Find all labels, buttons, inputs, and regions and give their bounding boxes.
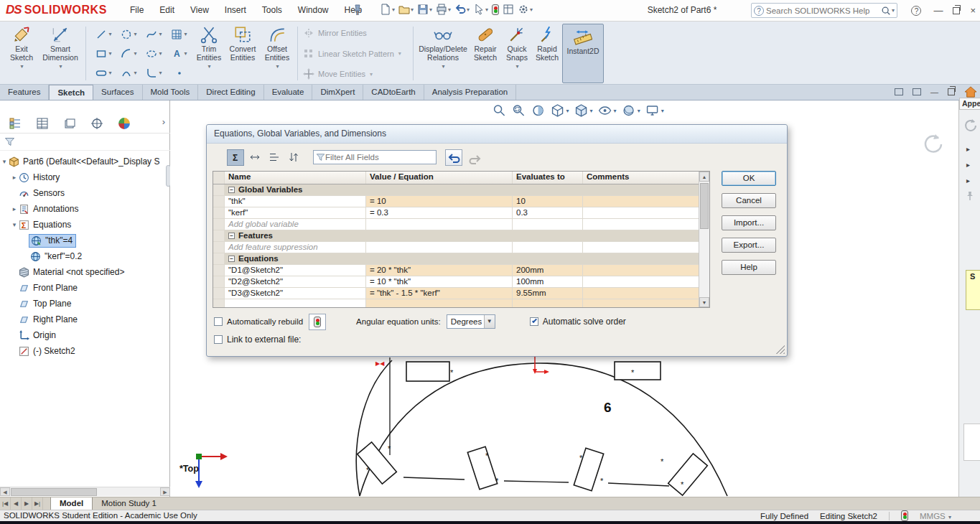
chevron-right-icon[interactable]: ▸ xyxy=(10,174,19,181)
tab-features[interactable]: Features xyxy=(0,85,49,100)
tree-item-annotations[interactable]: ▸Annotations xyxy=(0,201,170,217)
cell-name[interactable]: "kerf" xyxy=(225,207,366,218)
units-selector[interactable]: MMGS ▾ xyxy=(920,512,951,520)
cell-comments[interactable] xyxy=(583,265,709,276)
search-input[interactable] xyxy=(766,6,881,15)
restore-button[interactable] xyxy=(953,7,960,14)
chevron-down-icon[interactable]: ▾ xyxy=(134,31,136,37)
tree-item-kerf[interactable]: "kerf"=0.2 xyxy=(0,248,170,264)
chevron-down-icon[interactable]: ▾ xyxy=(184,31,187,37)
menu-edit[interactable]: Edit xyxy=(151,0,182,21)
tree-item-part[interactable]: ▾Part6 (Default<<Default>_Display S xyxy=(0,154,170,169)
chevron-down-icon[interactable]: ▾ xyxy=(207,62,210,71)
offset-entities-button[interactable]: Offset Entities ▾ xyxy=(261,24,294,83)
resize-grip[interactable] xyxy=(776,345,785,354)
chevron-down-icon[interactable]: ▾ xyxy=(442,62,444,71)
chevron-down-icon[interactable]: ▾ xyxy=(20,62,23,71)
tree-item-sketch2[interactable]: (-) Sketch2 xyxy=(0,343,170,359)
rebuild-button[interactable] xyxy=(491,3,500,17)
chevron-down-icon[interactable]: ▾ xyxy=(370,71,373,78)
chevron-down-icon[interactable]: ▾ xyxy=(411,6,414,13)
tree-item-thk[interactable]: "thk"=4 xyxy=(0,233,170,248)
dimension-view-button[interactable] xyxy=(246,149,263,166)
display-delete-relations-button[interactable]: Display/Delete Relations ▾ xyxy=(417,24,469,83)
menu-tools[interactable]: Tools xyxy=(254,0,290,21)
tab-evaluate[interactable]: Evaluate xyxy=(264,85,313,100)
spline-tool-button[interactable]: ▾ xyxy=(141,24,167,44)
menu-insert[interactable]: Insert xyxy=(217,0,254,21)
fillet-tool-button[interactable]: ▾ xyxy=(141,63,167,83)
mirror-entities-button[interactable]: Mirror Entities xyxy=(303,27,408,39)
move-entities-button[interactable]: Move Entities ▾ xyxy=(303,68,408,80)
first-tab-button[interactable]: |◀ xyxy=(0,497,11,510)
feature-manager-tab-icon[interactable] xyxy=(9,117,22,130)
cell-value[interactable]: = "thk" - 1.5 * "kerf" xyxy=(366,288,513,299)
menu-file[interactable]: File xyxy=(122,0,151,21)
chevron-down-icon[interactable]: ▾ xyxy=(276,62,279,71)
pin-menu-icon[interactable] xyxy=(352,4,362,16)
instant2d-button[interactable]: Instant2D xyxy=(562,24,604,83)
filter-field[interactable] xyxy=(313,150,437,164)
help-search-box[interactable]: ? ▾ xyxy=(751,3,897,18)
doc-restore-button[interactable] xyxy=(948,88,955,95)
chevron-down-icon[interactable]: ▾ xyxy=(184,50,187,57)
arc3point-tool-button[interactable]: ▾ xyxy=(116,63,141,83)
cell-name[interactable]: "thk" xyxy=(225,196,366,207)
options-button[interactable]: ▾ xyxy=(517,2,533,17)
auto-solve-checkbox[interactable] xyxy=(530,317,538,326)
import-button[interactable]: Import... xyxy=(722,215,776,230)
line-tool-button[interactable]: ▾ xyxy=(91,24,116,44)
scroll-down-button[interactable]: ▼ xyxy=(699,297,709,307)
home-icon[interactable] xyxy=(964,86,977,98)
help-button[interactable]: Help xyxy=(722,260,776,275)
tree-item-equations[interactable]: ▾ΣEquations xyxy=(0,217,170,233)
cell-name[interactable]: "D2@Sketch2" xyxy=(225,276,366,287)
display-manager-tab-icon[interactable] xyxy=(118,117,131,130)
chevron-down-icon[interactable]: ▾ xyxy=(590,108,593,114)
cell-comments[interactable] xyxy=(583,288,709,299)
chevron-down-icon[interactable]: ▾ xyxy=(485,6,488,13)
equations-dialog[interactable]: Equations, Global Variables, and Dimensi… xyxy=(206,124,788,357)
chevron-down-icon[interactable]: ▾ xyxy=(515,62,518,71)
resources-flyout-note[interactable]: S xyxy=(966,270,980,310)
tab-model[interactable]: Model xyxy=(50,497,93,510)
select-button[interactable]: ▾ xyxy=(472,2,489,17)
chevron-down-icon[interactable]: ▾ xyxy=(108,70,111,76)
chevron-down-icon[interactable]: ▾ xyxy=(159,50,162,57)
print-button[interactable]: ▾ xyxy=(435,2,452,17)
cell-comments[interactable] xyxy=(583,196,709,207)
scrollbar-thumb[interactable] xyxy=(11,488,97,496)
auto-rebuild-checkbox[interactable] xyxy=(214,317,223,326)
doc-minimize-button[interactable]: — xyxy=(930,87,938,97)
chevron-down-icon[interactable]: ▾ xyxy=(134,50,136,57)
tree-item-material[interactable]: Material <not specified> xyxy=(0,264,170,280)
prev-tab-button[interactable]: ◀ xyxy=(11,497,22,510)
arc-tool-button[interactable]: ▾ xyxy=(116,44,141,63)
chevron-down-icon[interactable]: ▾ xyxy=(108,50,111,57)
chevron-down-icon[interactable]: ▼ xyxy=(484,315,495,328)
table-section-row[interactable]: −Features xyxy=(213,230,709,242)
tab-motion-study[interactable]: Motion Study 1 xyxy=(93,497,165,510)
pane-icon[interactable] xyxy=(895,88,903,95)
dimxpert-manager-tab-icon[interactable] xyxy=(90,117,103,130)
cell-name[interactable]: "D1@Sketch2" xyxy=(225,265,366,276)
tab-dimxpert[interactable]: DimXpert xyxy=(312,85,363,100)
tree-horizontal-scrollbar[interactable]: ◀ ▶ xyxy=(0,487,170,496)
pattern-count-label[interactable]: 6 xyxy=(604,400,612,415)
chevron-down-icon[interactable]: ▾ xyxy=(429,6,432,13)
cell-value[interactable]: = 0.3 xyxy=(366,207,513,218)
chevron-down-icon[interactable]: ▾ xyxy=(614,108,617,114)
pane-icon[interactable] xyxy=(913,88,921,95)
cell-comments[interactable] xyxy=(583,207,709,218)
scrollbar-thumb[interactable] xyxy=(700,183,709,229)
chevron-right-icon[interactable]: ▸ xyxy=(966,161,970,169)
rebuild-traffic-button[interactable] xyxy=(309,314,326,330)
view-settings-button[interactable]: ▾ xyxy=(645,103,664,118)
dialog-title[interactable]: Equations, Global Variables, and Dimensi… xyxy=(207,125,787,144)
cell-evaluates[interactable]: 10 xyxy=(513,196,583,207)
chevron-down-icon[interactable]: ▾ xyxy=(892,7,895,14)
cell-evaluates[interactable]: 100mm xyxy=(513,276,583,287)
ordered-view-button[interactable] xyxy=(266,149,283,166)
cell-evaluates[interactable]: 200mm xyxy=(513,265,583,276)
panel-flyout-arrow[interactable]: › xyxy=(162,116,165,127)
